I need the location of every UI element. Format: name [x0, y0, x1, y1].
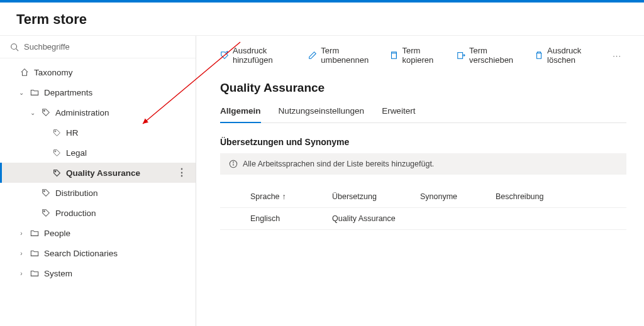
cmd-add-term[interactable]: Ausdruck hinzufügen [220, 46, 297, 65]
svg-point-15 [233, 162, 234, 163]
translations-table: Sprache ↑ Übersetzung Synonyme Beschreib… [220, 186, 626, 230]
tag-icon [53, 169, 61, 177]
cell-translation: Quality Assurance [332, 214, 420, 223]
main-panel: Ausdruck hinzufügen Term umbenennen Term… [196, 36, 644, 326]
cmd-move-term[interactable]: Term verschieben [457, 46, 523, 65]
svg-point-5 [55, 171, 56, 172]
tab-advanced[interactable]: Erweitert [382, 102, 415, 122]
tree-term-hr[interactable]: HR [0, 122, 196, 143]
search-icon [10, 43, 19, 52]
chevron-down-icon: ⌄ [29, 109, 36, 116]
table-row[interactable]: Englisch Quality Assurance [220, 208, 626, 230]
tag-icon [53, 129, 61, 137]
add-icon [220, 51, 229, 60]
sidebar: Suchbegriffe Taxonomy ⌄ Departments ⌄ [0, 36, 196, 326]
edit-icon [308, 51, 317, 60]
chevron-right-icon: › [18, 230, 25, 237]
cmd-overflow[interactable]: ··· [613, 51, 621, 60]
home-icon [20, 68, 29, 77]
svg-rect-11 [392, 53, 397, 59]
tree-termset-production[interactable]: Production [0, 203, 196, 223]
chevron-down-icon: ⌄ [18, 89, 25, 96]
folder-icon [30, 88, 39, 97]
tree-termset-distribution[interactable]: Distribution [0, 183, 196, 203]
search-input[interactable]: Suchbegriffe [0, 36, 196, 58]
chevron-right-icon: › [18, 250, 25, 257]
tree-group-system[interactable]: › System [0, 263, 196, 283]
tab-general[interactable]: Allgemein [220, 102, 261, 123]
cell-language: Englisch [250, 214, 332, 223]
taxonomy-tree: Taxonomy ⌄ Departments ⌄ Administration [0, 58, 196, 287]
folder-icon [30, 249, 39, 258]
tree-term-legal[interactable]: Legal [0, 143, 196, 163]
folder-icon [30, 229, 39, 237]
tag-icon [53, 149, 61, 157]
tree-group-people[interactable]: › People [0, 223, 196, 243]
page-title: Term store [16, 11, 628, 28]
tag-icon [42, 209, 50, 217]
tree-termset-administration[interactable]: ⌄ Administration [0, 102, 196, 122]
more-icon[interactable]: ⋮ [173, 168, 191, 178]
cmd-copy-term[interactable]: Term kopieren [389, 46, 445, 65]
col-translation[interactable]: Übersetzung [332, 192, 420, 201]
col-synonyms[interactable]: Synonyme [420, 192, 496, 201]
section-translations-title: Übersetzungen und Synonyme [220, 137, 626, 147]
svg-point-7 [44, 211, 45, 212]
svg-point-2 [44, 111, 45, 112]
cmd-delete-term[interactable]: Ausdruck löschen [535, 46, 601, 65]
svg-point-0 [11, 43, 17, 49]
page-header: Term store [0, 3, 644, 36]
tag-icon [42, 188, 50, 197]
tab-usage[interactable]: Nutzungseinstellungen [279, 102, 365, 122]
chevron-right-icon: › [18, 270, 25, 277]
svg-rect-12 [458, 53, 463, 59]
command-bar: Ausdruck hinzufügen Term umbenennen Term… [220, 43, 626, 76]
delete-icon [535, 51, 543, 60]
copy-icon [389, 51, 398, 60]
svg-line-1 [16, 48, 19, 51]
search-placeholder: Suchbegriffe [24, 42, 70, 52]
col-description[interactable]: Beschreibung [496, 192, 621, 201]
info-icon [229, 160, 238, 168]
svg-point-4 [55, 151, 56, 152]
sort-asc-icon: ↑ [282, 192, 286, 201]
term-title: Quality Assurance [220, 81, 626, 95]
svg-point-3 [55, 131, 56, 132]
tree-root-taxonomy[interactable]: Taxonomy [0, 62, 196, 82]
tree-group-departments[interactable]: ⌄ Departments [0, 82, 196, 102]
cmd-rename-term[interactable]: Term umbenennen [308, 46, 378, 65]
col-language[interactable]: Sprache ↑ [250, 192, 332, 201]
svg-point-6 [44, 191, 45, 192]
move-icon [457, 51, 465, 60]
table-header: Sprache ↑ Übersetzung Synonyme Beschreib… [220, 186, 626, 208]
tree-group-search-dictionaries[interactable]: › Search Dictionaries [0, 243, 196, 263]
info-message: Alle Arbeitssprachen sind der Liste bere… [220, 153, 626, 175]
detail-tabs: Allgemein Nutzungseinstellungen Erweiter… [220, 102, 626, 123]
folder-icon [30, 269, 39, 278]
tag-icon [42, 108, 50, 117]
tree-term-quality-assurance[interactable]: Quality Assurance ⋮ [0, 163, 196, 183]
